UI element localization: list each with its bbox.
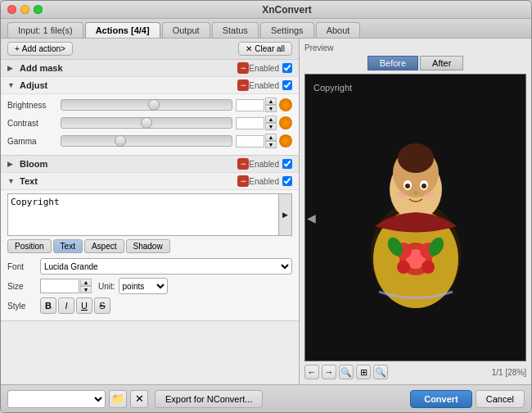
tab-aspect[interactable]: Aspect bbox=[84, 239, 124, 253]
convert-button[interactable]: Convert bbox=[410, 390, 472, 408]
text-body: Copyright ▶ Position Text Aspect Shadow … bbox=[1, 190, 299, 321]
svg-point-9 bbox=[397, 261, 410, 274]
remove-bloom-button[interactable]: − bbox=[237, 158, 249, 170]
zoom-out-button[interactable]: 🔍 bbox=[339, 365, 354, 379]
tab-status[interactable]: Status bbox=[212, 22, 259, 38]
add-mask-enabled-checkbox[interactable] bbox=[282, 63, 292, 73]
text-action-label: Text bbox=[20, 176, 234, 186]
text-enabled-checkbox[interactable] bbox=[282, 176, 292, 186]
delete-button[interactable]: ✕ bbox=[130, 390, 148, 408]
maximize-button[interactable] bbox=[34, 5, 43, 14]
font-row: Font Lucida Grande Arial Helvetica bbox=[7, 258, 292, 275]
contrast-reset-button[interactable] bbox=[279, 116, 292, 129]
export-nconvert-button[interactable]: Export for NConvert... bbox=[155, 390, 263, 408]
adjust-enabled-checkbox[interactable] bbox=[282, 80, 292, 90]
contrast-value[interactable]: 0 bbox=[236, 117, 264, 129]
before-button[interactable]: Before bbox=[367, 56, 418, 70]
tab-shadow[interactable]: Shadow bbox=[126, 239, 170, 253]
size-up[interactable]: ▲ bbox=[80, 279, 92, 286]
after-button[interactable]: After bbox=[420, 56, 463, 70]
close-button[interactable] bbox=[7, 5, 16, 14]
add-action-button[interactable]: + Add action> bbox=[7, 42, 73, 56]
svg-point-19 bbox=[425, 191, 435, 197]
gamma-row: Gamma 1,00 ▲ ▼ bbox=[7, 134, 292, 148]
convert-label: Convert bbox=[424, 394, 458, 404]
tab-about[interactable]: About bbox=[316, 22, 361, 38]
contrast-row: Contrast 0 ▲ ▼ bbox=[7, 116, 292, 130]
underline-button[interactable]: U bbox=[76, 297, 92, 314]
tab-position[interactable]: Position bbox=[7, 239, 52, 253]
tab-input[interactable]: Input: 1 file(s) bbox=[7, 22, 83, 38]
window-title: XnConvert bbox=[49, 4, 525, 16]
gamma-down[interactable]: ▼ bbox=[265, 141, 277, 148]
page-info: 1/1 [28%] bbox=[492, 368, 526, 377]
zoom-back-button[interactable]: ← bbox=[304, 365, 319, 379]
contrast-down[interactable]: ▼ bbox=[265, 123, 277, 130]
adjust-body: Brightness 9 ▲ ▼ Contrast 0 ▲ ▼ bbox=[1, 94, 299, 156]
bloom-enabled-checkbox[interactable] bbox=[282, 159, 292, 169]
svg-point-4 bbox=[398, 143, 434, 173]
clear-all-button[interactable]: ✕ Clear all bbox=[238, 42, 292, 56]
brightness-slider[interactable] bbox=[61, 99, 232, 111]
style-label: Style bbox=[7, 302, 40, 311]
action-text-row: ▼ Text − Enabled bbox=[1, 173, 299, 190]
left-panel: + Add action> ✕ Clear all ▶ Add mask − E… bbox=[1, 39, 300, 384]
text-area-wrapper: Copyright ▶ bbox=[7, 193, 292, 236]
folder-select[interactable] bbox=[7, 390, 106, 408]
brightness-reset-button[interactable] bbox=[279, 98, 292, 111]
remove-adjust-button[interactable]: − bbox=[237, 79, 249, 91]
tab-actions[interactable]: Actions [4/4] bbox=[85, 22, 160, 38]
size-down[interactable]: ▼ bbox=[80, 286, 92, 293]
zoom-in-button[interactable]: 🔍 bbox=[373, 365, 388, 379]
text-area-expand-button[interactable]: ▶ bbox=[278, 194, 291, 235]
minimize-button[interactable] bbox=[20, 5, 29, 14]
zoom-forward-button[interactable]: → bbox=[322, 365, 336, 379]
svg-point-10 bbox=[422, 261, 435, 274]
collapse-adjust-icon[interactable]: ▼ bbox=[7, 81, 16, 89]
text-sub-tabs: Position Text Aspect Shadow bbox=[7, 239, 292, 253]
tab-settings[interactable]: Settings bbox=[260, 22, 314, 38]
brightness-value[interactable]: 9 bbox=[236, 99, 264, 111]
bold-button[interactable]: B bbox=[40, 297, 56, 314]
remove-text-button[interactable]: − bbox=[237, 175, 249, 187]
gamma-up[interactable]: ▲ bbox=[265, 134, 277, 141]
preview-image-area: Copyright bbox=[304, 74, 526, 361]
brightness-down[interactable]: ▼ bbox=[265, 105, 277, 112]
gamma-value[interactable]: 1,00 bbox=[236, 135, 264, 148]
font-select[interactable]: Lucida Grande Arial Helvetica bbox=[40, 258, 292, 275]
expand-add-mask-icon[interactable]: ▶ bbox=[7, 64, 16, 72]
brightness-row: Brightness 9 ▲ ▼ bbox=[7, 98, 292, 112]
folder-browse-button[interactable]: 📁 bbox=[109, 390, 127, 408]
gamma-slider[interactable] bbox=[61, 135, 232, 147]
svg-point-15 bbox=[405, 184, 410, 188]
main-window: XnConvert Input: 1 file(s) Actions [4/4]… bbox=[0, 0, 532, 413]
svg-point-17 bbox=[413, 191, 418, 194]
collapse-text-icon[interactable]: ▼ bbox=[7, 177, 16, 185]
actions-header: + Add action> ✕ Clear all bbox=[1, 39, 299, 60]
tab-text[interactable]: Text bbox=[53, 239, 83, 253]
italic-button[interactable]: I bbox=[58, 297, 74, 314]
action-add-mask-row: ▶ Add mask − Enabled bbox=[1, 60, 299, 77]
export-nconvert-label: Export for NConvert... bbox=[165, 394, 252, 404]
text-input[interactable]: Copyright bbox=[8, 194, 278, 235]
traffic-lights bbox=[7, 5, 43, 14]
unit-select[interactable]: points pixels bbox=[119, 278, 168, 294]
action-adjust-row: ▼ Adjust − Enabled bbox=[1, 77, 299, 94]
gamma-reset-button[interactable] bbox=[279, 134, 292, 148]
size-input[interactable]: 49,00 bbox=[40, 279, 79, 293]
svg-point-18 bbox=[397, 191, 407, 197]
strikethrough-button[interactable]: S bbox=[94, 297, 110, 314]
tab-bar: Input: 1 file(s) Actions [4/4] Output St… bbox=[1, 19, 531, 39]
tab-output[interactable]: Output bbox=[162, 22, 210, 38]
preview-nav-left[interactable]: ◀ bbox=[307, 211, 316, 225]
bloom-label: Bloom bbox=[20, 159, 234, 169]
remove-add-mask-button[interactable]: − bbox=[237, 62, 249, 74]
gamma-label: Gamma bbox=[7, 137, 61, 146]
cancel-button[interactable]: Cancel bbox=[476, 390, 525, 408]
add-mask-label: Add mask bbox=[20, 63, 234, 73]
contrast-slider[interactable] bbox=[61, 117, 232, 129]
brightness-up[interactable]: ▲ bbox=[265, 98, 277, 105]
contrast-up[interactable]: ▲ bbox=[265, 116, 277, 123]
expand-bloom-icon[interactable]: ▶ bbox=[7, 160, 16, 168]
zoom-fit-button[interactable]: ⊞ bbox=[356, 365, 371, 379]
